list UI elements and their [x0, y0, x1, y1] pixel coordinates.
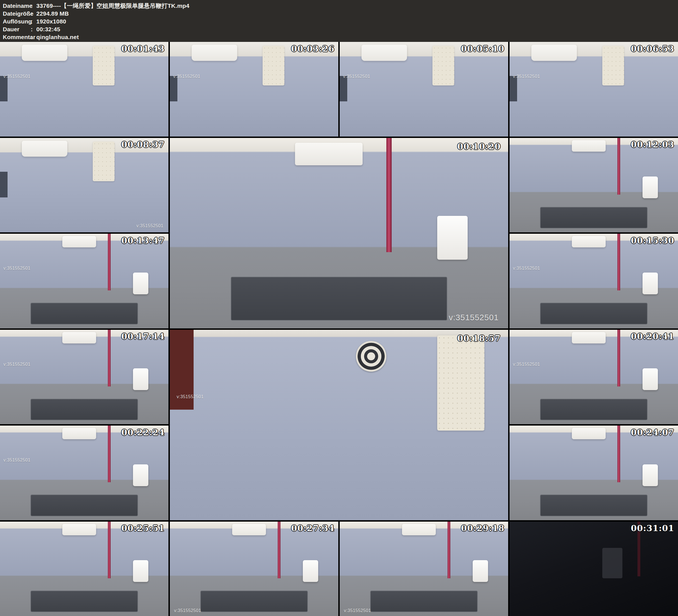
scene-prop-floor-icon: [31, 399, 138, 421]
timestamp-overlay: 00:05:10: [461, 44, 504, 53]
scene-prop-fixture-icon: [278, 522, 280, 578]
scene-prop-appliance-icon: [531, 45, 577, 61]
scene-prop-object-icon: [93, 46, 115, 85]
timestamp-overlay: 00:27:34: [291, 523, 334, 533]
scene-prop-object-icon: [432, 46, 454, 85]
scene-prop-fixture-icon: [108, 330, 111, 386]
scene-prop-fixture-icon: [386, 138, 392, 252]
timestamp-overlay: 00:08:37: [121, 140, 164, 149]
video-thumbnail: v:351552501 00:10:20: [170, 138, 508, 329]
scene-prop-object-icon: [473, 560, 488, 582]
scene-prop-object-icon: [437, 216, 468, 260]
scene-prop-object-icon: [133, 368, 148, 390]
scene-prop-object-icon: [602, 548, 623, 578]
meta-value: 00:32:45: [36, 26, 60, 33]
scene-prop-floor-icon: [540, 399, 648, 421]
meta-resolution: Auflösung : 1920x1080: [3, 17, 678, 26]
watermark-text: v:351552501: [3, 266, 31, 271]
watermark-text: v:351552501: [344, 608, 371, 613]
scene-prop-fixture-icon: [108, 522, 111, 578]
video-thumbnail: 00:25:51: [0, 522, 168, 616]
timestamp-overlay: 00:15:30: [631, 236, 674, 245]
scene-prop-appliance-icon: [22, 45, 67, 61]
video-thumbnail: v:351552501 00:17:14: [0, 330, 168, 424]
meta-value: 1920x1080: [36, 17, 66, 26]
timestamp-overlay: 00:06:53: [631, 44, 674, 53]
meta-label: Dauer: [3, 26, 31, 33]
timestamp-overlay: 00:01:43: [121, 44, 164, 53]
timestamp-overlay: 00:25:51: [121, 523, 164, 533]
meta-label: Kommentar: [3, 33, 31, 41]
scene-prop-appliance-icon: [62, 236, 96, 247]
timestamp-overlay: 00:17:14: [121, 332, 164, 341]
scene-prop-fixture-icon: [617, 234, 620, 291]
scene-prop-appliance-icon: [22, 141, 67, 157]
video-thumbnail: v:351552501 00:13:47: [0, 234, 168, 329]
watermark-text: v:351552501: [173, 74, 200, 79]
scene-prop-fixture-icon: [108, 234, 111, 291]
watermark-text: v:351552501: [3, 74, 31, 79]
timestamp-overlay: 00:31:01: [631, 523, 674, 533]
scene-prop-floor-icon: [540, 495, 648, 516]
scene-prop-appliance-icon: [572, 428, 606, 439]
scene-prop-floor-icon: [31, 590, 138, 612]
watermark-text: v:351552501: [3, 458, 31, 463]
scene-prop-appliance-icon: [62, 428, 96, 439]
watermark-text: v:351552501: [513, 362, 540, 367]
scene-prop-object-icon: [133, 464, 148, 486]
thumbnail-grid: v:351552501 00:01:43 v:351552501 00:03:2…: [0, 42, 678, 616]
scene-prop-fixture-icon: [510, 76, 517, 101]
scene-prop-fixture-icon: [617, 426, 620, 482]
watermark-text: v:351552501: [174, 608, 201, 613]
timestamp-overlay: 00:22:24: [121, 427, 164, 437]
video-thumbnail: v:351552501 00:20:41: [510, 330, 678, 424]
video-thumbnail: v:351552501 00:05:10: [340, 42, 508, 137]
scene-prop-floor-icon: [200, 590, 308, 612]
timestamp-overlay: 00:12:03: [631, 140, 674, 149]
meta-filename: Dateiname : 33769----【一绳所爱】空姐周慧极限单腿悬吊鞭打T…: [3, 2, 678, 10]
video-thumbnail: 00:31:01: [510, 522, 678, 616]
scene-prop-floor-icon: [540, 303, 648, 324]
video-thumbnail: v:351552501 00:06:53: [510, 42, 678, 137]
meta-value: 2294.89 MB: [36, 10, 69, 17]
watermark-text: v:351552501: [136, 223, 163, 228]
scene-prop-fixture-icon: [340, 76, 347, 101]
scene-prop-appliance-icon: [356, 341, 386, 372]
scene-prop-object-icon: [643, 177, 657, 198]
timestamp-overlay: 00:29:18: [461, 523, 504, 533]
scene-prop-fixture-icon: [108, 426, 111, 482]
scene-prop-object-icon: [643, 464, 657, 486]
scene-prop-appliance-icon: [295, 143, 363, 165]
scene-prop-appliance-icon: [572, 140, 606, 152]
watermark-text: v:351552501: [513, 74, 540, 79]
watermark-text: v:351552501: [177, 394, 204, 399]
video-thumbnail: v:351552501 00:18:57: [170, 330, 508, 520]
video-thumbnail: v:351552501 00:29:18: [340, 522, 508, 616]
timestamp-overlay: 00:13:47: [121, 236, 164, 245]
scene-prop-floor-icon: [231, 277, 447, 320]
scene-prop-appliance-icon: [232, 524, 266, 535]
scene-prop-object-icon: [303, 560, 318, 582]
scene-prop-object-icon: [437, 335, 485, 431]
scene-prop-appliance-icon: [572, 236, 606, 247]
scene-prop-object-icon: [133, 560, 148, 582]
scene-prop-fixture-icon: [617, 330, 620, 386]
scene-prop-floor-icon: [370, 590, 478, 612]
timestamp-overlay: 00:18:57: [457, 334, 501, 343]
scene-prop-appliance-icon: [62, 524, 96, 535]
scene-prop-appliance-icon: [362, 45, 407, 61]
meta-separator: :: [31, 2, 36, 10]
timestamp-overlay: 00:20:41: [631, 332, 674, 341]
video-thumbnail: v:351552501 00:08:37: [0, 138, 168, 233]
watermark-text: v:351552501: [449, 313, 499, 322]
watermark-text: v:351552501: [343, 74, 370, 79]
scene-prop-object-icon: [133, 273, 148, 294]
scene-prop-fixture-icon: [0, 76, 7, 101]
scene-prop-appliance-icon: [572, 332, 606, 343]
meta-label: Dateigröße: [3, 10, 31, 17]
video-thumbnail: v:351552501 00:01:43: [0, 42, 168, 137]
meta-comment: Kommentar : qinglanhua.net: [3, 33, 678, 41]
scene-prop-object-icon: [602, 46, 624, 85]
timestamp-overlay: 00:03:26: [291, 44, 334, 53]
scene-prop-fixture-icon: [617, 138, 620, 195]
